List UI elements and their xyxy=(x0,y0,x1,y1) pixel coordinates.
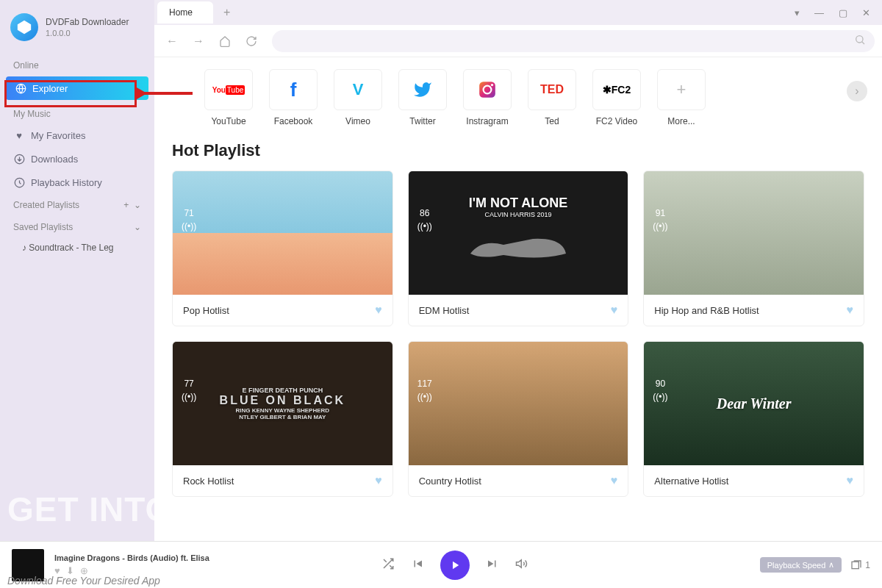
card-rock[interactable]: 77((•)) E FINGER DEATH PUNCHBLUE ON BLAC… xyxy=(172,341,393,497)
close-button[interactable]: ✕ xyxy=(862,7,870,18)
heart-icon[interactable]: ♥ xyxy=(375,304,382,317)
card-edm[interactable]: 86((•)) I'M NOT ALONECALVIN HARRIS 2019 … xyxy=(408,171,629,326)
nav-favorites[interactable]: ♥ My Favorites xyxy=(0,123,154,147)
nav-downloads-label: Downloads xyxy=(31,154,78,165)
queue-button[interactable]: 1 xyxy=(850,559,870,571)
prev-button[interactable] xyxy=(411,557,424,573)
clock-icon xyxy=(13,176,25,188)
address-bar[interactable] xyxy=(272,30,875,52)
theme-icon[interactable]: ▾ xyxy=(795,7,800,18)
next-button[interactable] xyxy=(486,557,499,573)
window-controls: ▾ — ▢ ✕ xyxy=(795,7,882,18)
heart-icon[interactable]: ♥ xyxy=(611,474,618,487)
nav-explorer-label: Explorer xyxy=(32,83,68,94)
site-vimeo[interactable]: V Vimeo xyxy=(334,69,382,126)
card-country[interactable]: 117((•)) Country Hotlist♥ xyxy=(408,341,629,497)
site-facebook[interactable]: f Facebook xyxy=(269,69,318,126)
svg-point-6 xyxy=(491,84,493,86)
card-pop[interactable]: 71((•)) Pop Hotlist♥ xyxy=(172,171,393,326)
app-name: DVDFab Downloader xyxy=(46,17,129,29)
playback-speed-button[interactable]: Playback Speed ∧ xyxy=(760,557,842,573)
reload-button[interactable] xyxy=(241,31,262,51)
back-button[interactable]: ← xyxy=(162,31,182,51)
browser-navbar: ← → xyxy=(154,25,882,57)
content-area: YouTube YouTube f Facebook V Vimeo Twitt… xyxy=(154,57,882,588)
globe-icon xyxy=(15,82,26,94)
section-online-label: Online xyxy=(0,56,154,75)
site-youtube[interactable]: YouTube YouTube xyxy=(204,69,253,126)
scroll-right-button[interactable]: › xyxy=(847,81,867,101)
nav-favorites-label: My Favorites xyxy=(31,130,85,141)
site-fc2[interactable]: ✱FC2 FC2 Video xyxy=(592,69,641,126)
heart-icon[interactable]: ♥ xyxy=(846,474,853,487)
nav-downloads[interactable]: Downloads xyxy=(0,147,154,171)
forward-button[interactable]: → xyxy=(188,31,209,51)
player-like-icon[interactable]: ♥ xyxy=(54,565,60,576)
app-logo-row: DVDFab Downloader 1.0.0.0 xyxy=(0,7,154,47)
svg-rect-8 xyxy=(852,562,858,568)
player-thumbnail[interactable] xyxy=(12,549,44,581)
saved-playlist-item[interactable]: ♪ Soundtrack - The Leg xyxy=(0,238,154,257)
play-button[interactable] xyxy=(440,551,470,580)
playlist-grid: 71((•)) Pop Hotlist♥ 86((•)) I'M NOT ALO… xyxy=(172,171,864,497)
nav-explorer[interactable]: Explorer xyxy=(6,76,148,100)
site-ted[interactable]: TED Ted xyxy=(528,69,576,126)
player-download-icon[interactable]: ⬇ xyxy=(66,565,74,576)
annotation-arrow xyxy=(137,82,197,104)
heart-icon[interactable]: ♥ xyxy=(375,474,382,487)
card-alternative[interactable]: 90((•)) Dear Winter Alternative Hotlist♥ xyxy=(643,341,864,497)
minimize-button[interactable]: — xyxy=(814,7,824,18)
heart-icon: ♥ xyxy=(13,129,25,141)
app-logo-icon xyxy=(10,13,38,41)
app-version: 1.0.0.0 xyxy=(46,29,129,37)
player-track-title: Imagine Dragons - Birds (Audio) ft. Elis… xyxy=(54,553,260,562)
download-icon xyxy=(13,153,25,165)
svg-point-3 xyxy=(856,35,863,42)
nav-history[interactable]: Playback History xyxy=(0,171,154,194)
created-playlists-header[interactable]: Created Playlists + ⌄ xyxy=(0,194,154,216)
heart-icon[interactable]: ♥ xyxy=(611,304,618,317)
volume-button[interactable] xyxy=(515,557,528,573)
tab-home[interactable]: Home xyxy=(157,1,213,24)
site-more[interactable]: + More... xyxy=(657,69,706,126)
nav-history-label: Playback History xyxy=(31,177,102,188)
sites-row: YouTube YouTube f Facebook V Vimeo Twitt… xyxy=(172,69,864,126)
hot-playlist-title: Hot Playlist xyxy=(172,141,864,160)
shuffle-button[interactable] xyxy=(381,557,395,573)
heart-icon[interactable]: ♥ xyxy=(846,304,853,317)
new-tab-button[interactable]: + xyxy=(213,6,240,19)
sidebar: DVDFab Downloader 1.0.0.0 Online Explore… xyxy=(0,0,154,588)
site-twitter[interactable]: Twitter xyxy=(398,69,447,126)
player-bar: Imagine Dragons - Birds (Audio) ft. Elis… xyxy=(0,541,882,588)
main-area: Home + ▾ — ▢ ✕ ← → xyxy=(154,0,882,588)
search-icon xyxy=(854,34,866,49)
saved-playlists-header[interactable]: Saved Playlists ⌄ xyxy=(0,216,154,238)
home-button[interactable] xyxy=(215,31,235,51)
tab-bar: Home + ▾ — ▢ ✕ xyxy=(154,0,882,25)
maximize-button[interactable]: ▢ xyxy=(839,7,847,18)
player-add-icon[interactable]: ⊕ xyxy=(80,565,88,576)
card-hiphop[interactable]: 91((•)) Hip Hop and R&B Hotlist♥ xyxy=(643,171,864,326)
site-instagram[interactable]: Instragram xyxy=(463,69,512,126)
section-mymusic-label: My Music xyxy=(0,104,154,123)
